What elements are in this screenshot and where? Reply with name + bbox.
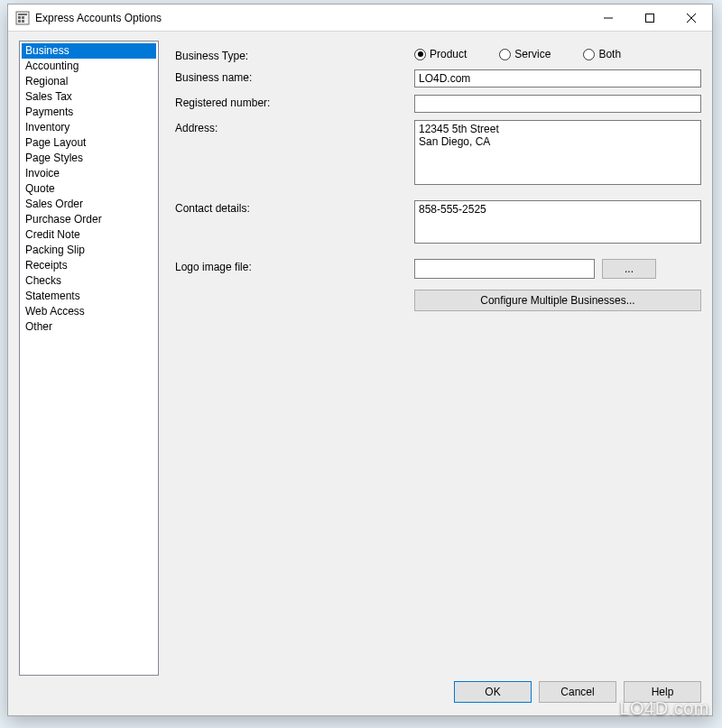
radio-product-label: Product	[430, 48, 467, 60]
browse-button[interactable]: ...	[602, 259, 656, 279]
minimize-button[interactable]	[588, 5, 629, 31]
dialog-body: Business Accounting Regional Sales Tax P…	[8, 32, 712, 681]
svg-rect-2	[18, 16, 21, 19]
business-type-group: Product Service Both	[414, 48, 701, 60]
sidebar-item-regional[interactable]: Regional	[22, 74, 156, 89]
svg-rect-4	[18, 20, 21, 23]
window-controls	[588, 5, 712, 31]
sidebar-item-statements[interactable]: Statements	[22, 289, 156, 304]
app-icon	[15, 11, 30, 25]
ok-button[interactable]: OK	[454, 681, 532, 703]
cancel-button[interactable]: Cancel	[539, 681, 616, 703]
logo-path-input[interactable]	[414, 259, 595, 279]
contact-label: Contact details:	[175, 200, 414, 215]
business-name-input[interactable]	[414, 69, 701, 88]
options-window: Express Accounts Options Business Accoun…	[7, 4, 713, 716]
business-type-label: Business Type:	[175, 48, 414, 62]
form-panel: Business Type: Product Service Both	[175, 41, 701, 676]
radio-service-label: Service	[514, 48, 551, 60]
sidebar-item-sales-tax[interactable]: Sales Tax	[22, 89, 156, 105]
sidebar-item-purchase-order[interactable]: Purchase Order	[22, 212, 156, 227]
sidebar-item-inventory[interactable]: Inventory	[22, 120, 156, 135]
sidebar-item-page-styles[interactable]: Page Styles	[22, 151, 156, 166]
sidebar-item-invoice[interactable]: Invoice	[22, 166, 156, 181]
address-input[interactable]: 12345 5th Street San Diego, CA	[414, 120, 701, 185]
sidebar-item-business[interactable]: Business	[22, 43, 156, 59]
radio-product[interactable]: Product	[414, 48, 467, 60]
radio-icon	[499, 49, 511, 60]
radio-service[interactable]: Service	[499, 48, 551, 60]
sidebar-item-receipts[interactable]: Receipts	[22, 258, 156, 273]
close-button[interactable]	[671, 5, 712, 31]
sidebar-item-packing-slip[interactable]: Packing Slip	[22, 243, 156, 258]
svg-rect-5	[22, 20, 24, 23]
help-button[interactable]: Help	[624, 681, 701, 703]
registered-number-label: Registered number:	[175, 95, 414, 109]
sidebar-item-accounting[interactable]: Accounting	[22, 59, 156, 74]
svg-rect-7	[646, 14, 654, 22]
sidebar-item-payments[interactable]: Payments	[22, 105, 156, 120]
sidebar-item-credit-note[interactable]: Credit Note	[22, 227, 156, 243]
titlebar: Express Accounts Options	[8, 5, 712, 32]
svg-rect-3	[22, 16, 24, 19]
configure-multiple-businesses-button[interactable]: Configure Multiple Businesses...	[414, 290, 701, 311]
footer-buttons: OK Cancel Help	[8, 681, 712, 715]
spacer	[175, 286, 414, 288]
svg-rect-1	[18, 14, 27, 15]
sidebar-item-checks[interactable]: Checks	[22, 273, 156, 289]
sidebar-item-sales-order[interactable]: Sales Order	[22, 197, 156, 212]
radio-both[interactable]: Both	[583, 48, 621, 60]
sidebar-item-web-access[interactable]: Web Access	[22, 304, 156, 319]
sidebar[interactable]: Business Accounting Regional Sales Tax P…	[19, 41, 159, 676]
business-name-label: Business name:	[175, 69, 414, 84]
address-label: Address:	[175, 120, 414, 134]
window-title: Express Accounts Options	[35, 12, 588, 24]
radio-icon	[414, 49, 426, 60]
sidebar-item-page-layout[interactable]: Page Layout	[22, 135, 156, 151]
registered-number-input[interactable]	[414, 95, 701, 113]
radio-both-label: Both	[598, 48, 621, 60]
contact-input[interactable]: 858-555-2525	[414, 200, 701, 244]
logo-label: Logo image file:	[175, 259, 414, 273]
sidebar-item-quote[interactable]: Quote	[22, 181, 156, 197]
maximize-button[interactable]	[629, 5, 671, 31]
sidebar-item-other[interactable]: Other	[22, 319, 156, 335]
radio-icon	[583, 49, 595, 60]
